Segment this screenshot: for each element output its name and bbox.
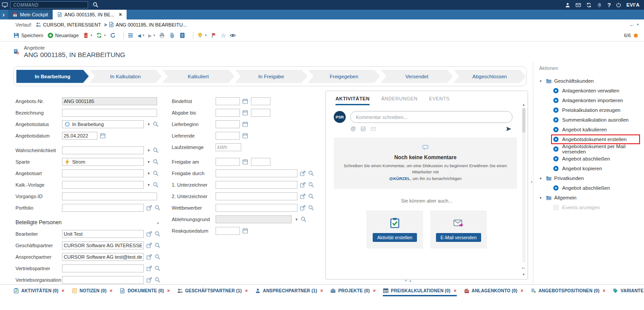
help-button[interactable]: ? <box>607 2 611 8</box>
expand-icon[interactable]: ▼ <box>539 80 544 83</box>
bindefrist-time-input[interactable] <box>251 97 270 105</box>
close-icon[interactable]: × <box>320 288 324 293</box>
lookup-search-icon[interactable] <box>153 182 159 188</box>
attachment-button[interactable] <box>169 32 175 38</box>
delete-button[interactable] <box>83 32 89 38</box>
vertriebspartner-input[interactable] <box>62 264 144 272</box>
power-icon[interactable] <box>616 2 621 8</box>
breadcrumb-item-offer[interactable]: ANG 0001185, IN BEARBEITU... <box>116 22 187 27</box>
sidebar-expander-icon[interactable]: › <box>0 10 7 19</box>
close-icon[interactable]: × <box>110 288 113 293</box>
freigabe-am-date-input[interactable] <box>216 158 240 166</box>
action-angebot-abschliessen-privat[interactable]: Angebot abschließen <box>552 183 613 193</box>
dropdown-icon[interactable]: ▼ <box>147 160 150 164</box>
action-group-allgemein[interactable]: ▼ Allgemein <box>539 193 644 203</box>
tab-mein-cockpit[interactable]: Mein Cockpit <box>8 10 53 19</box>
sidebar-collapse-handle[interactable]: › <box>529 176 534 188</box>
scroll-up-icon[interactable]: ▴ <box>523 103 524 107</box>
notification-badge[interactable] <box>634 34 638 38</box>
abgabe-bis-date-input[interactable] <box>216 109 240 117</box>
freigabe-am-time-input[interactable] <box>251 158 270 166</box>
lookup-search-icon[interactable] <box>308 170 314 176</box>
close-icon[interactable]: × <box>62 288 65 293</box>
tab-angebot[interactable]: ANG 0001185, IN BE... × <box>53 10 127 19</box>
watch-button[interactable] <box>230 32 236 38</box>
open-record-icon[interactable] <box>146 265 152 272</box>
bezeichnung-input[interactable] <box>62 109 157 117</box>
action-anlagenkonten-importieren[interactable]: Anlagenkonten importieren <box>552 96 626 105</box>
lookup-search-icon[interactable] <box>154 231 161 237</box>
angebots-nr-input[interactable] <box>62 97 157 105</box>
mail-icon[interactable] <box>575 2 581 8</box>
vertriebsorganisation-input[interactable] <box>62 276 144 284</box>
splitter-handle[interactable]: ▾▴ <box>405 279 414 283</box>
next-dropdown-icon[interactable]: ▾ <box>154 34 155 37</box>
expand-icon[interactable]: ▼ <box>539 196 544 199</box>
send-email-button[interactable]: E-Mail versenden <box>436 233 481 242</box>
scrollbar-thumb[interactable] <box>522 108 525 133</box>
bottom-tab-anlagenkonto[interactable]: ANLAGENKONTO (0) × <box>464 285 524 296</box>
create-activity-button[interactable]: Aktivität erstellen <box>373 233 416 242</box>
calendar-icon[interactable] <box>242 98 248 104</box>
unterzeichner2-input[interactable] <box>216 192 297 200</box>
flag-button[interactable] <box>211 32 217 38</box>
tab-aenderungen[interactable]: ÄNDERUNGEN <box>381 96 417 105</box>
workflow-step-kalkuliert[interactable]: Kalkuliert <box>162 70 235 83</box>
command-input[interactable]: COMMAND <box>10 1 88 8</box>
lookup-search-icon[interactable] <box>308 182 314 188</box>
history-dropdown-icon[interactable]: ▾ <box>637 23 639 27</box>
open-record-icon[interactable] <box>146 254 152 260</box>
previous-dropdown-icon[interactable]: ▾ <box>143 34 145 37</box>
action-summenkalkulation-ausrollen[interactable]: Summenkalkulation ausrollen <box>552 115 632 125</box>
portfolio-input[interactable] <box>62 204 144 212</box>
open-record-icon[interactable] <box>146 277 152 283</box>
expand-icon[interactable]: ▼ <box>539 177 544 180</box>
lookup-search-icon[interactable] <box>153 147 159 153</box>
lookup-search-icon[interactable] <box>308 193 314 199</box>
search-icon[interactable] <box>93 2 99 8</box>
tab-events[interactable]: EVENTS <box>429 96 449 105</box>
close-icon[interactable]: × <box>167 288 170 293</box>
close-icon[interactable]: × <box>521 288 524 293</box>
freigabe-durch-input[interactable] <box>216 169 297 177</box>
calendar-icon[interactable] <box>242 228 248 234</box>
dropdown-icon[interactable]: ▼ <box>147 149 150 153</box>
open-record-icon[interactable] <box>300 193 306 199</box>
next-record-button[interactable]: ▶ <box>148 33 152 38</box>
lookup-search-icon[interactable] <box>154 205 161 211</box>
lookup-search-icon[interactable] <box>154 265 161 272</box>
close-icon[interactable]: × <box>602 288 605 293</box>
bottom-tab-aktivitaeten[interactable]: AKTIVITÄTEN (0) × <box>13 285 65 296</box>
reload-button[interactable] <box>96 32 102 38</box>
lieferbeginn-input[interactable] <box>216 120 240 128</box>
lookup-search-icon[interactable] <box>153 170 159 176</box>
task-icon[interactable] <box>360 126 366 132</box>
unterzeichner1-input[interactable] <box>216 181 297 189</box>
bottom-tab-angebotspositionen[interactable]: ANGEBOTSPOSITIONEN (0) × <box>531 285 605 296</box>
workflow-step-in-bearbeitung[interactable]: In Bearbeitung <box>16 70 89 83</box>
laufzeitmenge-input[interactable] <box>216 143 241 151</box>
workflow-step-in-kalkulation[interactable]: In Kalkulation <box>89 70 162 83</box>
calendar-icon[interactable] <box>242 159 248 165</box>
open-record-icon[interactable] <box>146 231 152 237</box>
action-angebot-kalkulieren[interactable]: Angebot kalkulieren <box>552 125 610 134</box>
calendar-icon[interactable] <box>242 110 248 116</box>
reload-dropdown-icon[interactable]: ▾ <box>104 34 106 37</box>
action-group-privatkunden[interactable]: ▼ Privatkunden <box>539 173 644 183</box>
open-record-icon[interactable] <box>146 205 152 211</box>
bottom-tab-variante[interactable]: VARIANTE (0) × <box>613 285 644 296</box>
action-group-geschaeftskunden[interactable]: ▼ Geschäftskunden <box>539 76 644 86</box>
dropdown-icon[interactable]: ▼ <box>147 122 150 126</box>
lookup-search-icon[interactable] <box>301 216 307 222</box>
vorgangs-id-input[interactable] <box>62 192 157 200</box>
bottom-tab-geschaeftspartner[interactable]: GESCHÄFTSPARTNER (1) × <box>177 285 248 296</box>
lookup-search-icon[interactable] <box>153 121 159 127</box>
action-angebot-kopieren[interactable]: Angebot kopieren <box>552 164 605 173</box>
dropdown-icon[interactable]: ▼ <box>147 172 150 176</box>
lieferende-input[interactable] <box>216 132 240 140</box>
calendar-icon[interactable] <box>242 133 248 139</box>
user-icon[interactable] <box>565 2 571 8</box>
close-icon[interactable]: × <box>454 288 457 293</box>
action-angebotsdokument-per-mail-versenden[interactable]: Angebotsdokument per Mail versenden <box>552 144 644 154</box>
section-collapse-icon[interactable]: ▴ <box>157 220 159 225</box>
